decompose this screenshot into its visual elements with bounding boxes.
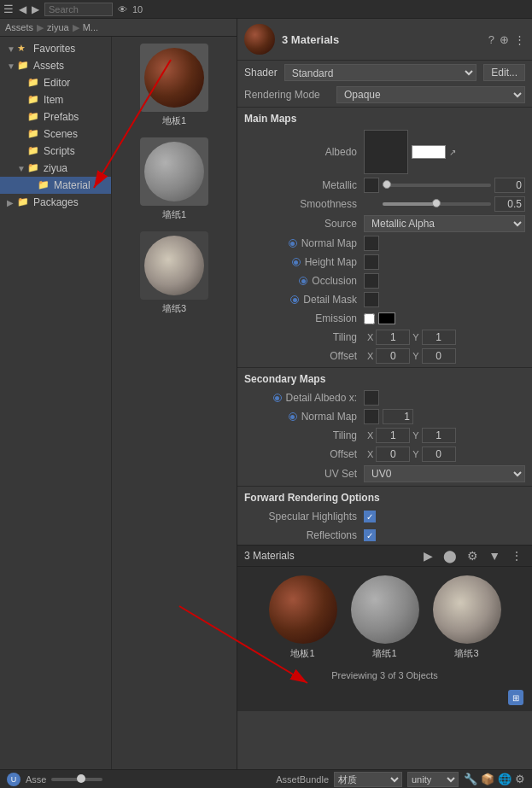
secondary-offset-x[interactable]	[376, 447, 410, 462]
tiling-row: Tiling X Y	[237, 328, 532, 347]
settings-icon[interactable]: ⊕	[500, 33, 509, 46]
secondary-offset-label: Offset	[244, 448, 364, 460]
tree-ziyua[interactable]: ▼ 📁 ziyua	[0, 160, 111, 177]
emission-checkbox[interactable]	[364, 313, 375, 324]
breadcrumb-assets[interactable]: Assets	[5, 22, 33, 32]
uv-set-dropdown[interactable]: UV0	[364, 465, 525, 482]
preview-grid: 地板1 墙纸1 墙纸3	[237, 567, 532, 668]
stop-button[interactable]: ⬤	[441, 549, 459, 563]
help-icon[interactable]: ?	[488, 33, 494, 46]
detail-albedo-texture[interactable]	[364, 390, 379, 406]
bottom-icon2[interactable]: 📦	[481, 773, 494, 785]
secondary-normal-value[interactable]	[383, 409, 413, 424]
bottom-slider-container[interactable]	[51, 778, 102, 781]
height-map-texture[interactable]	[364, 254, 379, 270]
rendering-mode-dropdown[interactable]: Opaque	[336, 86, 525, 103]
preview-name-floor: 地板1	[290, 647, 314, 660]
bottom-icons-right: 🔧 📦 🌐 ⚙	[464, 773, 525, 785]
secondary-tiling-xy: X Y	[367, 428, 525, 443]
more-preview-button[interactable]: ⋮	[508, 549, 525, 563]
preview-sphere-wall3	[433, 575, 501, 644]
tree-material[interactable]: 📁 Material	[0, 177, 111, 194]
secondary-offset-xy: X Y	[367, 447, 525, 462]
smoothness-slider[interactable]	[383, 202, 491, 206]
normal-map-row: Normal Map	[237, 234, 532, 253]
settings-button[interactable]: ⚙	[465, 549, 481, 563]
secondary-tiling-y[interactable]	[422, 428, 456, 443]
asset-item-wall1[interactable]: 墙纸1	[119, 137, 230, 221]
specular-checkbox[interactable]: ✓	[364, 511, 376, 522]
dropdown-button[interactable]: ▼	[486, 549, 503, 563]
count-label: 10	[132, 4, 143, 15]
source-dropdown[interactable]: Metallic Alpha	[364, 215, 525, 232]
breadcrumb-ziyua[interactable]: ziyua	[47, 22, 69, 32]
offset-y-input[interactable]	[422, 348, 456, 364]
secondary-normal-row: Normal Map	[237, 407, 532, 426]
play-button[interactable]: ▶	[421, 549, 436, 563]
source-label: Source	[244, 218, 364, 230]
albedo-color[interactable]	[412, 145, 446, 159]
bottom-icon1[interactable]: 🔧	[464, 773, 477, 785]
unity-icon: U	[7, 773, 20, 786]
tree-packages[interactable]: ▶ 📁 Packages	[0, 194, 111, 211]
tree-scripts[interactable]: 📁 Scripts	[0, 143, 111, 160]
emission-color[interactable]	[378, 312, 395, 324]
asset-item-floor[interactable]: 地板1	[119, 44, 230, 127]
secondary-offset-y[interactable]	[422, 447, 456, 462]
search-input[interactable]	[44, 3, 113, 16]
inspector-header: 3 Materials ? ⊕ ⋮	[237, 19, 532, 61]
preview-item-wall1[interactable]: 墙纸1	[351, 575, 419, 660]
bottom-icon3[interactable]: 🌐	[498, 773, 512, 785]
unity-dropdown[interactable]: unity	[407, 772, 459, 787]
uv-set-row: UV Set UV0	[237, 464, 532, 484]
more-icon[interactable]: ⋮	[514, 33, 525, 46]
edit-button[interactable]: Edit...	[483, 64, 525, 81]
asset-bundle-select[interactable]: 材质	[334, 772, 402, 787]
asset-item-wall3[interactable]: 墙纸3	[119, 231, 230, 315]
specular-control: ✓	[364, 511, 525, 522]
normal-map-texture[interactable]	[364, 236, 379, 251]
uv-set-control: UV0	[364, 465, 525, 482]
tiling-label: Tiling	[244, 331, 364, 343]
breadcrumb-material[interactable]: M...	[83, 22, 98, 32]
forward-icon[interactable]: ▶	[32, 3, 39, 15]
preview-item-wall3[interactable]: 墙纸3	[433, 575, 501, 660]
albedo-texture[interactable]	[364, 130, 408, 174]
preview-icon[interactable]: ⊞	[508, 690, 523, 705]
offset-x-input[interactable]	[376, 348, 410, 364]
tree-editor[interactable]: 📁 Editor	[0, 74, 111, 91]
tree-item[interactable]: 📁 Item	[0, 91, 111, 108]
tree-assets[interactable]: ▼ 📁 Assets	[0, 57, 111, 74]
detail-mask-texture[interactable]	[364, 292, 379, 307]
preview-section: 3 Materials ▶ ⬤ ⚙ ▼ ⋮ 地板1 墙纸1 墙纸3	[237, 545, 532, 711]
secondary-tiling-row: Tiling X Y	[237, 426, 532, 445]
back-icon[interactable]: ◀	[19, 3, 26, 15]
emission-row: Emission	[237, 309, 532, 328]
smoothness-value[interactable]	[494, 196, 525, 212]
reflections-checkbox[interactable]: ✓	[364, 529, 376, 541]
material-sphere-preview	[244, 24, 275, 55]
metallic-texture[interactable]	[364, 178, 379, 193]
tree-favorites[interactable]: ▼ ★ Favorites	[0, 40, 111, 57]
secondary-normal-texture[interactable]	[364, 409, 379, 424]
normal-map-control	[364, 236, 525, 251]
link-icon[interactable]: ↗	[449, 148, 456, 157]
preview-item-floor[interactable]: 地板1	[269, 575, 337, 660]
shader-dropdown[interactable]: Standard	[284, 64, 477, 81]
bottom-bar: U Asse AssetBundle 材质 unity 🔧 📦 🌐 ⚙	[0, 769, 532, 788]
bottom-icon4[interactable]: ⚙	[515, 773, 525, 785]
occlusion-texture[interactable]	[364, 273, 379, 289]
tree-prefabs[interactable]: 📁 Prefabs	[0, 108, 111, 125]
tiling-x-input[interactable]	[376, 330, 410, 345]
menu-icon[interactable]: ☰	[3, 3, 14, 15]
reflections-label: Reflections	[244, 529, 364, 541]
metallic-value[interactable]	[494, 178, 525, 193]
secondary-tiling-x[interactable]	[376, 428, 410, 443]
albedo-label: Albedo	[244, 146, 364, 158]
height-map-control	[364, 254, 525, 270]
tiling-y-input[interactable]	[422, 330, 456, 345]
preview-header: 3 Materials ▶ ⬤ ⚙ ▼ ⋮	[237, 546, 532, 567]
metallic-slider[interactable]	[383, 184, 491, 187]
tree-scenes[interactable]: 📁 Scenes	[0, 125, 111, 143]
specular-row: Specular Highlights ✓	[237, 507, 532, 526]
